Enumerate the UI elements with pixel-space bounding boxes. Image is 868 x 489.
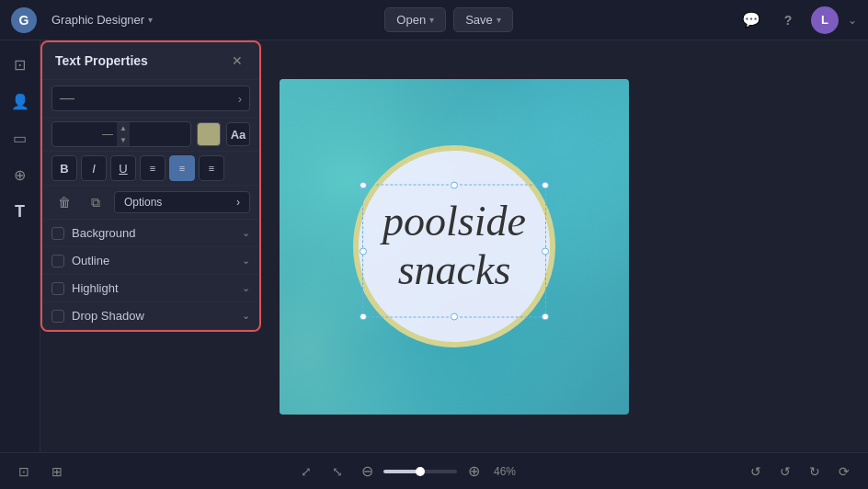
help-button[interactable]: ? [774, 6, 802, 34]
redo-button[interactable]: ↻ [802, 459, 828, 484]
save-button[interactable]: Save ▾ [453, 7, 513, 32]
history-icon: ↺ [750, 464, 761, 479]
size-down-arrow[interactable]: ▼ [117, 134, 130, 146]
drop-shadow-checkbox[interactable] [51, 310, 64, 323]
align-center-button[interactable]: ≡ [169, 155, 195, 181]
drop-shadow-header[interactable]: Drop Shadow ⌄ [42, 302, 259, 329]
handle-top[interactable] [451, 182, 458, 189]
actions-row: 🗑 ⧉ Options › [42, 186, 259, 220]
align-left-button[interactable]: ≡ [140, 155, 166, 181]
sidebar-item-grid[interactable]: ⊡ [4, 48, 37, 81]
panel-close-button[interactable]: ✕ [228, 51, 246, 70]
bold-button[interactable]: B [51, 155, 77, 181]
canvas-text[interactable]: poolside snacks [383, 198, 526, 295]
font-selector[interactable]: — › [51, 85, 250, 111]
sidebar-item-users[interactable]: 👤 [4, 85, 37, 118]
top-bar-center: Open ▾ Save ▾ [384, 7, 512, 32]
open-label: Open [396, 13, 426, 27]
handle-right[interactable] [542, 247, 549, 255]
background-chevron: ⌄ [242, 227, 250, 239]
drop-shadow-chevron: ⌄ [242, 310, 250, 322]
size-arrows: ▲ ▼ [117, 122, 130, 146]
handle-bottom-left[interactable] [360, 313, 367, 321]
outline-checkbox[interactable] [51, 255, 64, 267]
pool-background: poolside snacks [280, 79, 629, 415]
expand-icon: ⤡ [332, 464, 343, 479]
app-name-chevron: ▾ [148, 15, 153, 25]
redo-icon: ↻ [809, 464, 820, 479]
bold-icon: B [60, 162, 68, 176]
size-input[interactable] [52, 125, 98, 143]
sidebar-item-shapes[interactable]: ▭ [4, 121, 37, 154]
help-icon: ? [784, 13, 793, 28]
text-icon: T [15, 202, 25, 222]
color-swatch[interactable] [197, 122, 221, 146]
text-transform-button[interactable]: Aa [226, 122, 250, 146]
close-icon: ✕ [232, 53, 243, 68]
duplicate-button[interactable]: ⧉ [83, 189, 108, 215]
handle-left[interactable] [360, 247, 367, 255]
delete-button[interactable]: 🗑 [51, 189, 77, 215]
chat-icon: 💬 [742, 11, 760, 28]
panel-title: Text Properties [55, 53, 148, 68]
history-button[interactable]: ↺ [743, 459, 769, 484]
zoom-in-icon: ⊕ [468, 462, 480, 480]
format-row: B I U ≡ ≡ ≡ [42, 152, 259, 186]
zoom-slider-thumb[interactable] [416, 467, 425, 476]
font-chevron: › [238, 92, 242, 106]
expand-button[interactable]: ⤡ [325, 459, 350, 484]
underline-icon: U [119, 162, 127, 176]
underline-button[interactable]: U [110, 155, 136, 181]
zoom-level: 46% [490, 465, 520, 478]
delete-icon: 🗑 [58, 195, 71, 210]
size-dash: — [98, 128, 117, 141]
grid-icon: ⊡ [14, 56, 26, 74]
avatar-button[interactable]: L [811, 6, 839, 34]
app-name-button[interactable]: Graphic Designer ▾ [44, 9, 160, 30]
bottom-center: ⤢ ⤡ ⊖ ⊕ 46% [293, 459, 520, 484]
layers-icon: ⊡ [18, 464, 29, 479]
fit-button[interactable]: ⤢ [293, 459, 319, 484]
outline-header[interactable]: Outline ⌄ [42, 247, 259, 274]
align-right-icon: ≡ [209, 163, 214, 174]
app-name-label: Graphic Designer [51, 13, 144, 27]
extra-button[interactable]: ⟳ [831, 459, 857, 484]
sidebar-item-text[interactable]: T [4, 195, 37, 228]
font-dash: — [60, 90, 76, 107]
layers-button[interactable]: ⊡ [11, 459, 37, 484]
expand-icon: ⌄ [848, 14, 857, 27]
zoom-slider[interactable] [383, 470, 457, 473]
app-logo: G [11, 7, 37, 33]
sidebar-item-elements[interactable]: ⊕ [4, 158, 37, 191]
chat-button[interactable]: 💬 [737, 6, 765, 34]
background-checkbox[interactable] [51, 227, 64, 240]
text-line1: poolside [383, 198, 526, 246]
grid-toggle-button[interactable]: ⊞ [44, 459, 70, 484]
background-header[interactable]: Background ⌄ [42, 220, 259, 246]
bottom-right: ↺ ↺ ↻ ⟳ [743, 459, 857, 484]
drop-shadow-section: Drop Shadow ⌄ [42, 302, 259, 330]
background-label: Background [72, 226, 234, 240]
undo-button[interactable]: ↺ [772, 459, 798, 484]
italic-button[interactable]: I [81, 155, 107, 181]
zoom-out-icon: ⊖ [361, 462, 373, 480]
outline-section: Outline ⌄ [42, 247, 259, 275]
handle-bottom-right[interactable] [542, 313, 549, 321]
open-button[interactable]: Open ▾ [384, 7, 446, 32]
zoom-out-button[interactable]: ⊖ [356, 461, 378, 483]
grid-icon: ⊞ [51, 464, 63, 479]
handle-top-right[interactable] [542, 182, 549, 189]
italic-icon: I [92, 162, 96, 176]
text-properties-panel: Text Properties ✕ — › — ▲ ▼ [40, 40, 261, 332]
bottom-bar: ⊡ ⊞ ⤢ ⤡ ⊖ ⊕ 46% ↺ ↺ ↻ [0, 452, 868, 489]
highlight-header[interactable]: Highlight ⌄ [42, 275, 259, 301]
handle-top-left[interactable] [360, 182, 367, 189]
align-right-button[interactable]: ≡ [199, 155, 224, 181]
background-section: Background ⌄ [42, 220, 259, 247]
fit-icon: ⤢ [301, 464, 312, 479]
size-up-arrow[interactable]: ▲ [117, 122, 130, 134]
zoom-in-button[interactable]: ⊕ [463, 461, 485, 483]
highlight-checkbox[interactable] [51, 282, 64, 295]
options-button[interactable]: Options › [114, 191, 250, 213]
handle-bottom[interactable] [451, 313, 458, 321]
